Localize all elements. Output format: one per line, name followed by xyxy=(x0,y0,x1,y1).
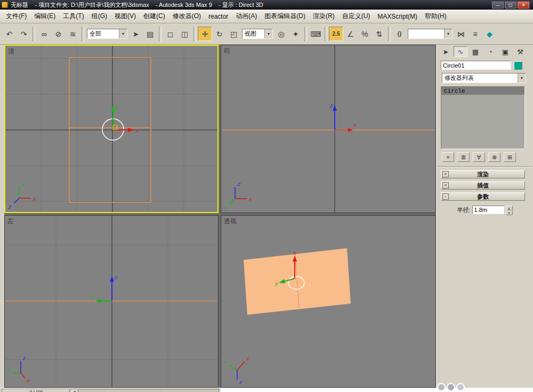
menu-customize[interactable]: 自定义(U) xyxy=(341,11,372,22)
show-end-result-button[interactable]: ≣ xyxy=(457,152,470,162)
close-button[interactable]: ✕ xyxy=(518,2,529,9)
tab-utilities[interactable]: ⚒ xyxy=(513,46,527,57)
viewport-top-label[interactable]: 顶 xyxy=(8,47,14,56)
title-bar[interactable]: 无标题 - 项目文件夹: D:\用户目录\我的文档\3dsmax - Autod… xyxy=(0,0,533,10)
toolbar-separator xyxy=(304,27,307,42)
dropdown-arrow-icon[interactable]: ▼ xyxy=(444,29,452,38)
pin-stack-button[interactable]: ⌖ xyxy=(442,152,454,162)
snap-toggle-25-button[interactable]: 2.5 xyxy=(329,27,343,41)
rollout-parameters[interactable]: - 参数 xyxy=(441,192,525,201)
modifier-list-dropdown[interactable]: 修改器列表 ▼ xyxy=(442,73,526,83)
tab-modify[interactable]: ∿ xyxy=(454,46,467,57)
tripod-z-label: z xyxy=(8,204,12,210)
undo-button[interactable]: ↶ xyxy=(2,27,17,41)
configure-modifier-sets-button[interactable]: ⊞ xyxy=(504,152,516,162)
select-by-name-button[interactable]: ▤ xyxy=(143,27,157,41)
rollout-label: 插值 xyxy=(441,182,524,190)
edit-named-selection-sets-button[interactable]: {} xyxy=(392,27,407,41)
modifier-stack[interactable]: Circle xyxy=(441,86,525,149)
viewport-top-canvas[interactable]: y x y x z xyxy=(5,46,217,212)
menu-animation[interactable]: 动画(A) xyxy=(234,11,259,22)
mirror-button[interactable]: ⋈ xyxy=(454,27,468,41)
time-slider-handle[interactable]: 0 / 100 xyxy=(3,389,70,392)
menu-views[interactable]: 视图(V) xyxy=(113,11,138,22)
rollout-interpolation[interactable]: + 插值 xyxy=(441,181,525,190)
spinner-down-icon[interactable]: ▾ xyxy=(506,210,513,215)
viewport-perspective[interactable]: x y x y z 透视 xyxy=(221,215,436,388)
object-color-swatch[interactable] xyxy=(514,61,522,70)
rollout-toggle-icon[interactable]: + xyxy=(442,171,449,177)
main-toolbar: ↶ ↷ ∞ ⊘ ≋ 全部 ▼ ➤ ▤ ◻ ◫ ✛ ↻ ◰ 视图 ▼ ◎ ✦ ⌨ … xyxy=(0,23,533,45)
menu-maxscript[interactable]: MAXScript(M) xyxy=(376,12,419,21)
tab-hierarchy[interactable]: ▦ xyxy=(469,46,482,57)
viewport-front-canvas[interactable]: z x z x y xyxy=(221,45,435,213)
tab-display[interactable]: ▣ xyxy=(498,46,512,57)
gizmo-plane-handle[interactable] xyxy=(113,125,117,129)
time-slider-track[interactable]: 0 / 100 ▸ xyxy=(2,389,219,392)
dropdown-arrow-icon[interactable]: ▼ xyxy=(518,74,526,83)
percent-snap-button[interactable]: % xyxy=(358,27,372,41)
tripod-z-label: z xyxy=(22,355,26,361)
minimize-button[interactable]: — xyxy=(492,2,504,9)
use-pivot-point-center-button[interactable]: ◎ xyxy=(274,27,288,41)
menu-group[interactable]: 组(G) xyxy=(90,11,109,22)
modifier-stack-toolbar: ⌖ ≣ ∀ ⊗ ⊞ xyxy=(437,149,533,162)
tripod-y-label: y xyxy=(223,359,227,365)
maximize-button[interactable]: ▢ xyxy=(505,2,516,9)
select-and-link-button[interactable]: ∞ xyxy=(37,27,51,41)
gizmo-y-label: y xyxy=(91,293,95,300)
dropdown-arrow-icon[interactable]: ▼ xyxy=(119,29,127,38)
unlink-selection-button[interactable]: ⊘ xyxy=(51,27,66,41)
modifier-stack-item[interactable]: Circle xyxy=(441,87,524,95)
select-and-rotate-button[interactable]: ↻ xyxy=(212,27,227,41)
viewport-perspective-canvas[interactable]: x y x y z xyxy=(221,216,435,387)
bind-to-space-warp-button[interactable]: ≋ xyxy=(66,27,80,41)
menu-graph-editors[interactable]: 图表编辑器(D) xyxy=(263,11,307,22)
menu-file[interactable]: 文件(F) xyxy=(4,11,28,22)
object-name-input[interactable] xyxy=(441,61,511,70)
select-and-scale-button[interactable]: ◰ xyxy=(227,27,241,41)
make-unique-button[interactable]: ∀ xyxy=(473,152,485,162)
rollout-rendering[interactable]: + 渲染 xyxy=(441,170,525,178)
toolbar-separator xyxy=(193,27,196,42)
align-button[interactable]: ≡ xyxy=(468,27,482,41)
menu-reactor[interactable]: reactor xyxy=(207,12,230,21)
menu-help[interactable]: 帮助(H) xyxy=(423,11,448,22)
reference-coordinate-dropdown[interactable]: 视图 ▼ xyxy=(242,29,273,39)
select-object-button[interactable]: ➤ xyxy=(128,27,143,41)
window-crossing-toggle-button[interactable]: ◫ xyxy=(177,27,192,41)
viewport-top[interactable]: y x y x z 顶 xyxy=(4,45,219,213)
menu-create[interactable]: 创建(C) xyxy=(142,11,167,22)
move-gizmo[interactable]: z y xyxy=(91,274,118,303)
move-gizmo[interactable]: z x xyxy=(329,103,357,132)
menu-modifiers[interactable]: 修改器(O) xyxy=(171,11,203,22)
menu-tools[interactable]: 工具(T) xyxy=(61,11,85,22)
radius-input[interactable] xyxy=(472,206,504,214)
select-and-manipulate-button[interactable]: ✦ xyxy=(288,27,303,41)
remove-modifier-button[interactable]: ⊗ xyxy=(488,152,500,162)
keyboard-shortcut-override-button[interactable]: ⌨ xyxy=(309,27,323,41)
menu-rendering[interactable]: 渲染(R) xyxy=(311,11,336,22)
next-frame-button[interactable]: ▸ xyxy=(71,389,78,392)
viewport-left-label[interactable]: 左 xyxy=(7,217,14,226)
angle-snap-button[interactable]: ∠ xyxy=(343,27,358,41)
viewport-left[interactable]: z y z y x 左 xyxy=(4,215,219,388)
selection-filter-dropdown[interactable]: 全部 ▼ xyxy=(87,29,127,39)
redo-button[interactable]: ↷ xyxy=(17,27,31,41)
viewport-front-label[interactable]: 前 xyxy=(224,46,230,55)
material-editor-button[interactable]: ◆ xyxy=(482,27,497,41)
tab-create[interactable]: ➤ xyxy=(439,46,453,57)
viewport-perspective-label[interactable]: 透视 xyxy=(224,217,237,226)
spinner-snap-button[interactable]: ⇅ xyxy=(372,27,386,41)
rollout-toggle-icon[interactable]: + xyxy=(442,182,449,189)
named-selection-dropdown[interactable]: ▼ xyxy=(408,29,453,39)
dropdown-arrow-icon[interactable]: ▼ xyxy=(264,29,272,38)
tab-motion[interactable]: ◔ xyxy=(483,46,497,57)
rectangular-selection-region-button[interactable]: ◻ xyxy=(163,27,177,41)
rollout-toggle-icon[interactable]: - xyxy=(442,193,449,200)
viewport-left-canvas[interactable]: z y z y x xyxy=(5,216,218,387)
menu-edit[interactable]: 编辑(E) xyxy=(33,11,57,22)
select-and-move-button[interactable]: ✛ xyxy=(198,27,212,41)
spinner-up-icon[interactable]: ▴ xyxy=(506,206,513,210)
viewport-front[interactable]: z x z x y 前 xyxy=(221,45,436,213)
